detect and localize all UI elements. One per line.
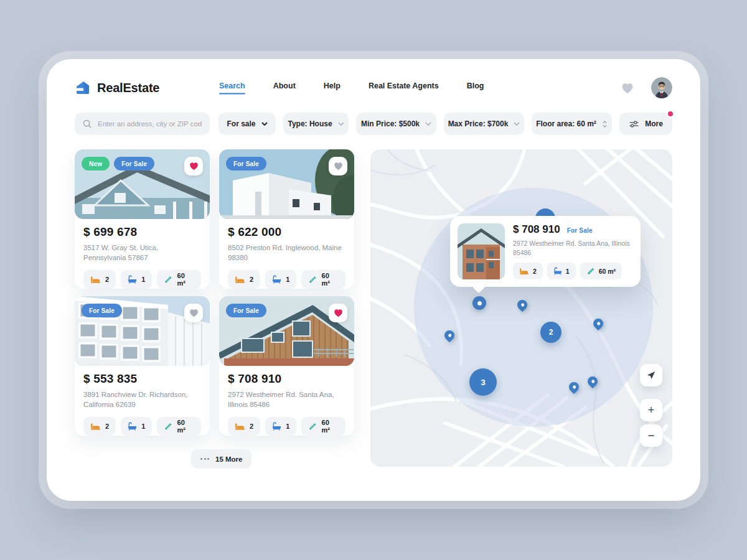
area-chip: 60 m² <box>157 270 201 289</box>
card-body: $ 699 678 3517 W. Gray St. Utica, Pennsy… <box>75 219 210 289</box>
bath-icon <box>272 422 281 431</box>
chevron-down-icon <box>261 122 268 126</box>
listing-price: $ 553 835 <box>83 372 201 386</box>
amenities: 2 1 60 m² <box>228 417 345 436</box>
bed-icon <box>235 422 245 431</box>
property-photo: New For Sale <box>75 149 210 219</box>
baths-chip: 1 <box>265 270 296 289</box>
filter-min-price-label: Min Price: $500k <box>361 119 420 128</box>
beds-count: 2 <box>105 276 109 283</box>
area-chip: 60 m² <box>301 417 345 436</box>
header: RealEstate Search About Help Real Estate… <box>75 77 672 99</box>
map-listing-popup[interactable]: $ 708 910 For Sale 2972 Westheimer Rd. S… <box>450 216 641 287</box>
search-field[interactable] <box>75 113 210 135</box>
stepper-icon <box>602 120 608 128</box>
area-value: 60 m² <box>177 272 194 287</box>
beds-chip: 2 <box>228 417 260 436</box>
baths-count: 1 <box>286 276 289 283</box>
badges: New For Sale <box>82 157 154 170</box>
load-more-button[interactable]: 15 More <box>191 449 251 469</box>
property-card[interactable]: For Sale $ 553 835 3891 Ranchview Dr. Ri… <box>75 296 210 436</box>
listing-address: 2972 Westheimer Rd. Santa Ana, Illinois … <box>228 390 345 409</box>
bed-icon <box>90 422 101 431</box>
brand-name: RealEstate <box>97 81 159 95</box>
popup-photo <box>458 223 505 279</box>
baths-count: 1 <box>141 422 145 430</box>
main-nav: Search About Help Real Estate Agents Blo… <box>219 82 484 95</box>
filter-bar: For sale Type: House Min Price: $500k Ma… <box>75 113 672 135</box>
heart-icon <box>189 309 199 317</box>
baths-chip: 1 <box>121 417 152 436</box>
filter-more[interactable]: More <box>619 113 672 135</box>
badges: For Sale <box>82 304 122 317</box>
bed-icon <box>235 276 245 284</box>
heart-icon <box>189 162 199 170</box>
filter-max-price-label: Max Price: $700k <box>448 119 509 128</box>
chevron-down-icon <box>425 122 431 126</box>
nav-about[interactable]: About <box>273 82 296 95</box>
bed-icon <box>90 276 101 284</box>
filter-for-sale[interactable]: For sale <box>218 113 276 135</box>
ellipsis-icon <box>200 458 209 460</box>
nav-help[interactable]: Help <box>324 82 341 95</box>
map-cluster[interactable]: 2 <box>540 322 561 343</box>
card-body: $ 708 910 2972 Westheimer Rd. Santa Ana,… <box>219 366 354 436</box>
popup-price: $ 708 910 <box>513 223 560 236</box>
ruler-icon <box>308 275 317 284</box>
nav-search[interactable]: Search <box>219 82 245 95</box>
bed-icon <box>519 268 529 275</box>
bath-icon <box>128 275 137 284</box>
search-icon <box>82 119 92 129</box>
chevron-down-icon <box>514 122 520 126</box>
baths-chip: 1 <box>265 417 296 436</box>
filter-floor-area-label: Floor area: 60 m² <box>536 119 596 128</box>
area-value: 60 m² <box>322 272 339 287</box>
bath-icon <box>553 267 562 275</box>
zoom-out-button[interactable]: − <box>640 424 662 447</box>
locate-button[interactable] <box>640 364 662 386</box>
favorites-heart-icon[interactable] <box>621 82 634 94</box>
property-card[interactable]: New For Sale $ 699 678 3517 W. Gray St. … <box>75 149 210 289</box>
baths-chip: 1 <box>121 270 152 289</box>
map-canvas[interactable]: $ 708 910 For Sale 2972 Westheimer Rd. S… <box>370 149 672 467</box>
user-avatar[interactable] <box>651 77 672 98</box>
card-body: $ 622 000 8502 Preston Rd. Inglewood, Ma… <box>219 219 354 289</box>
search-input[interactable] <box>98 120 202 128</box>
area-value: 60 m² <box>599 268 616 275</box>
beds-count: 2 <box>533 268 537 275</box>
nav-agents[interactable]: Real Estate Agents <box>369 82 439 95</box>
beds-chip: 2 <box>513 263 543 279</box>
ruler-icon <box>164 422 172 431</box>
map-pin-selected[interactable] <box>472 296 486 310</box>
badge-new: New <box>82 157 110 170</box>
map-cluster[interactable]: 3 <box>469 368 497 396</box>
filter-max-price[interactable]: Max Price: $700k <box>444 113 524 135</box>
favorite-button[interactable] <box>184 304 203 322</box>
heart-icon <box>334 309 343 317</box>
nav-blog[interactable]: Blog <box>467 82 484 95</box>
baths-count: 1 <box>286 422 289 430</box>
zoom-in-button[interactable]: + <box>640 399 662 421</box>
property-card[interactable]: For Sale $ 622 000 8502 Preston Rd. Ingl… <box>219 149 354 289</box>
favorite-button[interactable] <box>329 157 347 175</box>
filter-floor-area[interactable]: Floor area: 60 m² <box>532 113 612 135</box>
area-value: 60 m² <box>177 419 194 434</box>
navigation-arrow-icon <box>646 370 656 380</box>
amenities: 2 1 60 m² <box>83 270 201 289</box>
ruler-icon <box>586 267 595 276</box>
listing-price: $ 699 678 <box>83 225 201 239</box>
beds-chip: 2 <box>228 270 260 289</box>
baths-chip: 1 <box>547 263 576 279</box>
beds-count: 2 <box>105 422 109 430</box>
filter-type[interactable]: Type: House <box>283 113 349 135</box>
load-more-label: 15 More <box>215 455 242 463</box>
property-card[interactable]: For Sale $ 708 910 2972 Westheimer Rd. S… <box>219 296 354 436</box>
card-body: $ 553 835 3891 Ranchview Dr. Richardson,… <box>75 366 210 436</box>
filter-min-price[interactable]: Min Price: $500k <box>356 113 436 135</box>
filter-type-label: Type: House <box>288 119 332 128</box>
favorite-button[interactable] <box>184 157 203 175</box>
area-chip: 60 m² <box>301 270 345 289</box>
area-chip: 60 m² <box>157 417 201 436</box>
favorite-button[interactable] <box>329 304 347 322</box>
badges: For Sale <box>226 157 266 170</box>
